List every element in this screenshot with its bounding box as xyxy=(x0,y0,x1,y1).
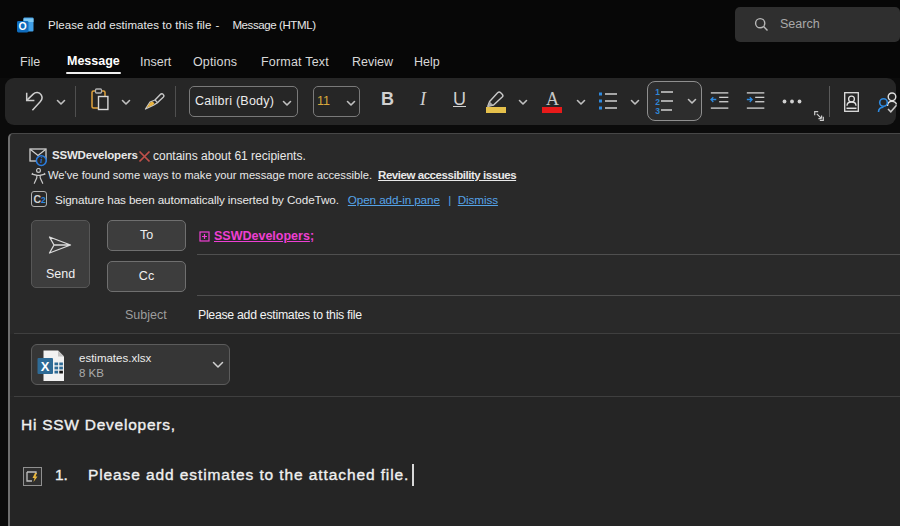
svg-text:X: X xyxy=(41,359,50,374)
svg-text:3: 3 xyxy=(655,106,660,115)
svg-text:2: 2 xyxy=(655,97,660,107)
svg-text:O: O xyxy=(19,20,27,32)
svg-text:1: 1 xyxy=(655,87,660,97)
